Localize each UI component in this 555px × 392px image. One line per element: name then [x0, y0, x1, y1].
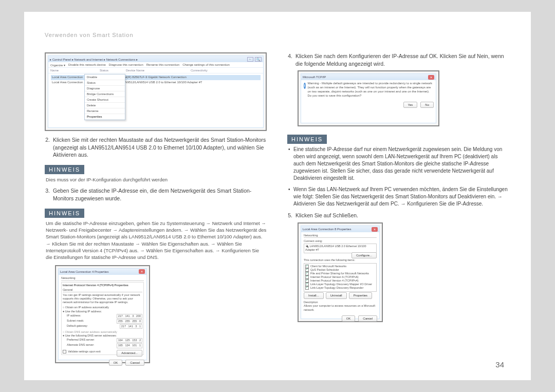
properties-button[interactable]: Properties [349, 292, 372, 300]
step-3: 3. Geben Sie die statische IP-Adresse ei… [45, 187, 267, 202]
window-titlebar: ▸ Control Panel ▸ Network and Internet ▸… [48, 56, 263, 62]
window-network-connections: ▸ Control Panel ▸ Network and Internet ▸… [48, 55, 264, 128]
menu-item-shortcut[interactable]: Create Shortcut [85, 97, 125, 103]
window-toolbar: Organize ▾ Disable this network device D… [48, 62, 263, 68]
context-menu[interactable]: Disable Status Diagnose Bridge Connectio… [84, 74, 125, 120]
cancel-button[interactable]: Cancel [358, 315, 377, 322]
note-text: Dies muss vor der IP-Konfiguration durch… [45, 176, 267, 183]
close-icon[interactable]: × [139, 269, 145, 274]
two-column-layout: ▸ Control Panel ▸ Network and Internet ▸… [45, 52, 509, 368]
uninstall-button[interactable]: Uninstall [326, 292, 347, 300]
dialog-lan-properties: Local Area Connection 8 Properties× Netw… [301, 226, 380, 319]
menu-item-bridge[interactable]: Bridge Connections [85, 91, 125, 97]
no-button[interactable]: No [420, 102, 434, 108]
step-4: 4. Klicken Sie nach dem Konfigurieren de… [287, 52, 509, 67]
menu-item-rename[interactable]: Rename [85, 108, 125, 114]
protocol-list: Client for Microsoft Networks QoS Packet… [304, 263, 377, 292]
menu-item-properties[interactable]: Properties [85, 114, 125, 120]
page-header: Verwenden von Smart Station [45, 32, 509, 38]
left-column: ▸ Control Panel ▸ Network and Internet ▸… [45, 52, 267, 368]
info-icon: i [304, 83, 306, 89]
dialog-ipv4: Local Area Connection 4 Properties× Netw… [58, 268, 147, 360]
menu-item-delete[interactable]: Delete [85, 103, 125, 108]
hinweis-badge: HINWEIS [45, 209, 84, 218]
figure-network-connections: ▸ Control Panel ▸ Network and Internet ▸… [45, 52, 267, 131]
figure-tcpip-warning: Microsoft TCP/IP× i Warning - Multiple d… [298, 70, 439, 126]
advanced-button[interactable]: Advanced... [117, 350, 142, 357]
connection-list: Local Area Connection Intel(R) 82567LF-3… [48, 73, 263, 87]
column-headers: Name Status Device Name Connectivity [48, 68, 263, 73]
yes-button[interactable]: Yes [403, 102, 418, 108]
figure-ipv4-properties: Local Area Connection 4 Properties× Netw… [55, 265, 150, 363]
figure-lan-properties: Local Area Connection 8 Properties× Netw… [298, 222, 383, 322]
bullet-item: Wenn Sie das LAN-Netzwerk auf Ihrem PC v… [293, 186, 509, 208]
step-5: 5. Klicken Sie auf Schließen. [287, 212, 509, 219]
note-text: Um die statische IP-Adresse einzugeben, … [45, 220, 267, 261]
ok-button[interactable]: OK [342, 315, 356, 322]
menu-item-disable[interactable]: Disable [85, 74, 125, 80]
dialog-tcpip-warning: Microsoft TCP/IP× i Warning - Multiple d… [301, 73, 436, 123]
right-column: 4. Klicken Sie nach dem Konfigurieren de… [287, 52, 509, 368]
ok-button[interactable]: OK [109, 360, 123, 366]
document-page: Verwenden von Smart Station ▸ Control Pa… [24, 12, 531, 380]
configure-button[interactable]: Configure... [351, 252, 377, 258]
install-button[interactable]: Install... [304, 292, 324, 300]
breadcrumb: ▸ Control Panel ▸ Network and Internet ▸… [50, 58, 138, 61]
page-number: 34 [495, 360, 504, 369]
cancel-button[interactable]: Cancel [125, 360, 144, 366]
bullet-item: Eine statische IP-Adresse darf nur einem… [293, 146, 509, 182]
hinweis-badge: HINWEIS [45, 165, 84, 174]
warning-text: Warning - Multiple default gateways are … [308, 82, 433, 98]
close-icon[interactable]: × [428, 75, 434, 80]
hinweis-badge: HINWEIS [287, 135, 327, 144]
step-2: 2. Klicken Sie mit der rechten Maustaste… [45, 136, 267, 159]
close-icon[interactable]: × [372, 227, 378, 232]
menu-item-diagnose[interactable]: Diagnose [85, 86, 125, 91]
menu-item-status[interactable]: Status [85, 80, 125, 86]
